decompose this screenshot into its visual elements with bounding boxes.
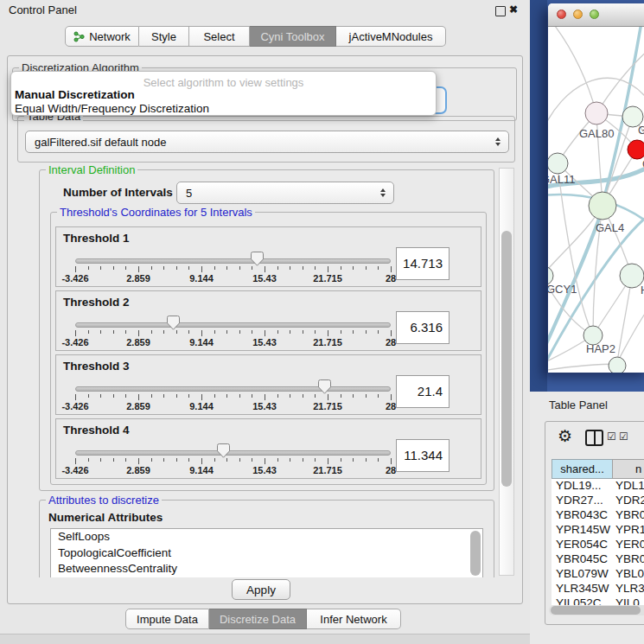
column-header-shared-name[interactable]: shared... <box>552 459 612 479</box>
tab-impute-data[interactable]: Impute Data <box>125 609 209 629</box>
cell-shared-name: YBL079W <box>552 567 612 582</box>
network-edge[interactable] <box>552 27 596 113</box>
combo-stepper-icon <box>380 188 386 197</box>
threshold-label: Threshold 2 <box>63 296 130 309</box>
cell-shared-name: YBR043C <box>552 508 612 523</box>
threshold-value-field[interactable]: 6.316 <box>396 311 450 344</box>
checkbox-icon[interactable]: ☑ <box>607 430 616 443</box>
bottom-tab-strip: Impute DataDiscretize DataInfer Network <box>125 609 401 628</box>
table-data-group: Table Data galFiltered.sif default node <box>17 116 515 163</box>
threshold-value-field[interactable]: 11.344 <box>396 439 450 472</box>
table-row[interactable]: YER054CYER0 <box>552 538 644 552</box>
column-header-name[interactable]: n <box>612 459 644 479</box>
tab-network[interactable]: Network <box>65 26 139 47</box>
threshold-panel-2: Threshold 2-3.4262.8599.14415.4321.71528… <box>55 290 481 351</box>
minimize-traffic-light-icon[interactable] <box>573 10 583 19</box>
threshold-value-field[interactable]: 14.713 <box>396 247 450 280</box>
slider-track[interactable] <box>75 386 391 392</box>
table-row[interactable]: YPR145WYPR1 <box>552 523 644 538</box>
network-node-gal11[interactable] <box>548 153 568 174</box>
slider-track[interactable] <box>75 450 391 456</box>
network-edge[interactable] <box>617 303 644 362</box>
screen: Control Panel ✖ NetworkStyleSelectCyni T… <box>0 0 644 644</box>
table-row[interactable]: YLR345WYLR3 <box>552 582 644 596</box>
table-row[interactable]: YBR043CYBR0 <box>552 508 644 523</box>
tab-style[interactable]: Style <box>139 26 189 47</box>
slider-thumb-icon[interactable] <box>167 316 180 330</box>
slider-track[interactable] <box>75 258 391 264</box>
tab-label: Select <box>203 30 234 43</box>
network-window-titlebar <box>548 3 644 27</box>
attribute-list-item[interactable]: BetweennessCentrality <box>51 561 482 577</box>
table-panel: Table Panel ⚙ ☑ ☑ shared... n YDL19...YD… <box>530 392 644 644</box>
network-canvas[interactable]: GAL80GCGAL11GAL4GCY1HHAP2 <box>548 27 644 373</box>
network-node[interactable] <box>609 357 626 373</box>
network-edge[interactable] <box>548 364 617 371</box>
cell-name: YER0 <box>612 538 644 552</box>
table-row[interactable]: YBL079WYBL0 <box>552 567 644 582</box>
dropdown-option-equal-width-frequency[interactable]: Equal Width/Frequency Discretization <box>15 102 209 115</box>
control-panel-titlebar: Control Panel ✖ <box>0 0 530 21</box>
tab-cyni-toolbox[interactable]: Cyni Toolbox <box>250 26 336 47</box>
vertical-scrollbar[interactable] <box>499 168 514 576</box>
number-of-intervals-value: 5 <box>186 187 192 200</box>
checkbox-icon[interactable]: ☑ <box>619 430 628 443</box>
slider-track[interactable] <box>75 322 391 328</box>
slider-thumb-icon[interactable] <box>251 252 264 266</box>
slider-thumb-icon[interactable] <box>318 379 331 394</box>
tab-label: Infer Network <box>320 613 386 626</box>
tab-select[interactable]: Select <box>189 26 250 47</box>
node-label: GAL4 <box>596 221 624 234</box>
tab-label: Impute Data <box>137 613 198 626</box>
zoom-traffic-light-icon[interactable] <box>590 10 599 19</box>
cell-shared-name: YER054C <box>552 538 612 552</box>
tab-infer-network[interactable]: Infer Network <box>307 609 401 629</box>
table-row[interactable]: YIL052CYIL0 <box>552 596 644 605</box>
interval-definition-title: Interval Definition <box>46 164 137 176</box>
cell-name: YDL1 <box>612 479 644 494</box>
attribute-list-item[interactable]: SelfLoops <box>51 529 482 545</box>
tab-discretize-data[interactable]: Discretize Data <box>209 609 307 629</box>
dropdown-option-manual-discretization[interactable]: Manual Discretization <box>15 88 135 101</box>
table-header-row: shared... n <box>552 459 644 479</box>
split-view-icon[interactable] <box>585 430 603 446</box>
close-traffic-light-icon[interactable] <box>557 10 566 19</box>
close-icon[interactable]: ✖ <box>509 3 518 16</box>
slider-tick-labels: -3.4262.8599.14415.4321.71528 <box>75 401 391 411</box>
network-edge[interactable] <box>596 48 644 113</box>
number-of-intervals-combobox[interactable]: 5 <box>176 182 394 204</box>
table-rows: YDL19...YDL1YDR27...YDR2YBR043CYBR0YPR14… <box>552 479 644 605</box>
gear-icon[interactable]: ⚙ <box>558 427 572 446</box>
threshold-value-field[interactable]: 21.4 <box>396 375 450 408</box>
attribute-list-item[interactable]: TopologicalCoefficient <box>51 545 482 562</box>
numerical-attributes-list[interactable]: SelfLoopsTopologicalCoefficientBetweenne… <box>50 528 483 577</box>
slider-thumb-icon[interactable] <box>217 443 230 458</box>
cell-shared-name: YBR045C <box>552 552 612 567</box>
table-data-value: galFiltered.sif default node <box>35 136 166 149</box>
interval-definition-group: Interval Definition Number of Intervals … <box>39 169 494 491</box>
threshold-label: Threshold 4 <box>63 424 130 437</box>
tab-label: jActiveMNodules <box>349 30 433 43</box>
network-node-gal4[interactable] <box>589 192 616 220</box>
float-window-icon[interactable] <box>495 6 506 16</box>
attributes-group-title: Attributes to discretize <box>46 494 162 507</box>
table-row[interactable]: YBR045CYBR0 <box>552 552 644 567</box>
threshold-label: Threshold 3 <box>63 360 130 373</box>
table-row[interactable]: YDR27...YDR2 <box>552 494 644 508</box>
horizontal-scrollbar-thumb[interactable] <box>551 606 641 615</box>
horizontal-scrollbar[interactable] <box>549 605 644 615</box>
apply-button[interactable]: Apply <box>232 579 290 600</box>
list-scrollbar-thumb[interactable] <box>470 531 481 576</box>
slider-tick-labels: -3.4262.8599.14415.4321.71528 <box>75 337 391 348</box>
network-node-c[interactable] <box>628 140 644 159</box>
cell-name: YBR0 <box>612 508 644 523</box>
combo-stepper-icon <box>495 137 501 146</box>
thresholds-group: Threshold's Coordinates for 5 Intervals … <box>50 212 487 485</box>
network-node-gal80[interactable] <box>585 102 608 124</box>
vertical-scrollbar-thumb[interactable] <box>501 231 512 487</box>
dropdown-hint: Select algorithm to view settings <box>11 76 436 89</box>
tab-jactivemnodules[interactable]: jActiveMNodules <box>336 26 446 47</box>
cell-shared-name: YDR27... <box>552 494 612 508</box>
table-data-combobox[interactable]: galFiltered.sif default node <box>25 131 509 153</box>
table-row[interactable]: YDL19...YDL1 <box>552 479 644 494</box>
